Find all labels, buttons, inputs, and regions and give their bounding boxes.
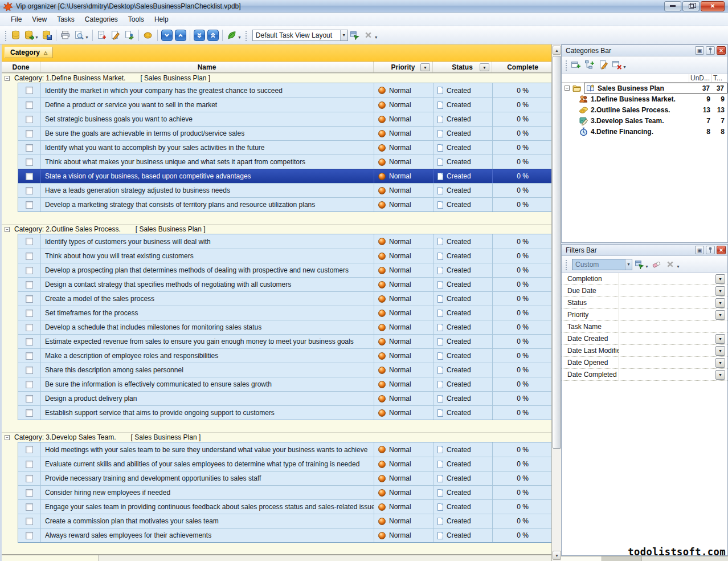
task-name-cell[interactable]: Develop a prospecting plan that determin… [41, 263, 374, 277]
complete-cell[interactable]: 0 % [493, 112, 551, 126]
status-cell[interactable]: Created [433, 335, 493, 348]
task-name-cell[interactable]: Identify types of customers your busines… [41, 234, 374, 249]
priority-cell[interactable]: Normal [374, 112, 433, 126]
dropdown-caret-icon[interactable]: ▼ [374, 35, 378, 39]
complete-cell[interactable]: 0 % [493, 514, 551, 528]
priority-cell[interactable]: Normal [374, 169, 433, 183]
filter-field-value[interactable] [619, 345, 715, 356]
menu-tasks[interactable]: Tasks [52, 14, 80, 25]
task-name-cell[interactable]: Develop a marketing strategy that consis… [41, 198, 374, 212]
leaf-icon[interactable] [225, 29, 239, 42]
task-name-cell[interactable]: Have a leads generation strategy adjuste… [41, 184, 374, 197]
task-row[interactable]: Estimate expected revenue from sales to … [18, 334, 551, 348]
dropdown-caret-icon[interactable]: ▼ [645, 265, 649, 269]
task-name-cell[interactable]: Set strategic business goals you want to… [41, 112, 374, 126]
task-row[interactable]: Share this description among sales perso… [18, 363, 551, 377]
done-checkbox[interactable] [26, 324, 33, 331]
status-cell[interactable]: Created [433, 155, 493, 169]
task-name-cell[interactable]: Always reward sales employees for their … [41, 529, 374, 542]
complete-cell[interactable]: 0 % [493, 83, 551, 97]
priority-cell[interactable]: Normal [374, 234, 433, 249]
done-checkbox[interactable] [26, 187, 33, 194]
done-checkbox[interactable] [26, 503, 33, 511]
priority-cell[interactable]: Normal [374, 406, 433, 420]
filter-field-value[interactable] [619, 309, 715, 320]
task-row[interactable]: Create a commission plan that motivates … [18, 514, 551, 528]
task-list-scrollbar[interactable]: ▲ ▼ [551, 44, 561, 561]
category-tree-item[interactable]: 4.Define Financing.88 [562, 126, 727, 137]
priority-cell[interactable]: Normal [374, 392, 433, 405]
priority-cell[interactable]: Normal [374, 198, 433, 212]
save-database-icon[interactable] [40, 29, 54, 42]
done-checkbox[interactable] [26, 173, 33, 180]
task-name-cell[interactable]: Set timeframes for the process [41, 306, 374, 320]
filters-restore-icon[interactable]: ▣ [695, 246, 704, 254]
undone-column-header[interactable]: UnD... [689, 74, 711, 82]
priority-cell[interactable]: Normal [374, 500, 433, 514]
add-task-icon[interactable] [95, 29, 109, 42]
collapse-tree-icon[interactable]: − [565, 86, 570, 91]
selected-tree-row[interactable]: Sales Business Plan3737 [584, 83, 727, 93]
done-checkbox[interactable] [26, 446, 33, 453]
task-row[interactable]: Develop a prospecting plan that determin… [18, 263, 551, 277]
task-name-cell[interactable]: Consider hiring new employees if needed [41, 486, 374, 499]
task-row[interactable]: Develop a marketing strategy that consis… [18, 197, 551, 212]
status-cell[interactable]: Created [433, 377, 493, 391]
filter-preset-dropdown-icon[interactable]: ▼ [625, 259, 632, 270]
done-checkbox[interactable] [26, 87, 33, 94]
complete-cell[interactable]: 0 % [493, 141, 551, 155]
close-button[interactable]: ✕ [701, 1, 725, 11]
task-row[interactable]: Think about what makes your business uni… [18, 155, 551, 169]
collapse-group-icon[interactable]: − [5, 76, 10, 81]
complete-cell[interactable]: 0 % [493, 377, 551, 391]
complete-cell[interactable]: 0 % [493, 155, 551, 169]
task-name-cell[interactable]: Think about how you will treat existing … [41, 249, 374, 263]
done-checkbox[interactable] [26, 295, 33, 303]
status-cell[interactable]: Created [433, 141, 493, 155]
dropdown-caret-icon[interactable]: ▼ [35, 35, 39, 39]
status-cell[interactable]: Created [433, 98, 493, 112]
task-row[interactable]: Have a leads generation strategy adjuste… [18, 183, 551, 197]
complete-cell[interactable]: 0 % [493, 442, 551, 457]
filter-preset-combobox[interactable]: Custom▼ [572, 259, 632, 270]
category-group-header[interactable]: −Category: 1.Define Business Market.[ Sa… [2, 73, 551, 83]
status-cell[interactable]: Created [433, 292, 493, 306]
task-row[interactable]: Design a contact strategy that specifies… [18, 277, 551, 291]
done-checkbox[interactable] [26, 489, 33, 497]
task-row[interactable]: Create a model of the sales processNorma… [18, 291, 551, 306]
dropdown-caret-icon[interactable]: ▼ [676, 265, 680, 269]
task-name-cell[interactable]: Be sure the goals are achievable in term… [41, 127, 374, 140]
complete-cell[interactable]: 0 % [493, 278, 551, 291]
priority-cell[interactable]: Normal [374, 141, 433, 155]
filter-field-value[interactable] [619, 333, 715, 344]
menu-tools[interactable]: Tools [123, 14, 149, 25]
priority-cell[interactable]: Normal [374, 486, 433, 499]
task-name-cell[interactable]: Hold meetings with your sales team to be… [41, 442, 374, 457]
task-row[interactable]: Hold meetings with your sales team to be… [18, 442, 551, 457]
status-cell[interactable]: Created [433, 442, 493, 457]
total-column-header[interactable]: T... [711, 74, 727, 82]
complete-cell[interactable]: 0 % [493, 263, 551, 277]
priority-cell[interactable]: Normal [374, 184, 433, 197]
done-checkbox[interactable] [26, 144, 33, 152]
done-checkbox[interactable] [26, 116, 33, 123]
erase-filter-icon[interactable] [650, 258, 664, 271]
task-name-cell[interactable]: Develop a schedule that includes milesto… [41, 320, 374, 334]
filter-dropdown-icon[interactable]: ▼ [715, 274, 725, 284]
task-name-cell[interactable]: State a vision of your business, based u… [41, 169, 374, 183]
done-checkbox[interactable] [26, 130, 33, 137]
status-cell[interactable]: Created [433, 127, 493, 140]
categories-restore-icon[interactable]: ▣ [695, 46, 704, 55]
status-cell[interactable]: Created [433, 112, 493, 126]
delete-layout-icon[interactable] [362, 29, 375, 42]
edit-category-icon[interactable] [596, 58, 610, 72]
menu-file[interactable]: File [6, 14, 27, 25]
group-by-category-button[interactable]: Category △ [5, 47, 53, 58]
add-subcategory-icon[interactable] [583, 58, 596, 72]
status-cell[interactable]: Created [433, 471, 493, 485]
restore-button[interactable] [682, 1, 700, 11]
complete-cell[interactable]: 0 % [493, 349, 551, 363]
complete-cell[interactable]: 0 % [493, 457, 551, 471]
complete-cell[interactable]: 0 % [493, 363, 551, 377]
complete-cell[interactable]: 0 % [493, 306, 551, 320]
